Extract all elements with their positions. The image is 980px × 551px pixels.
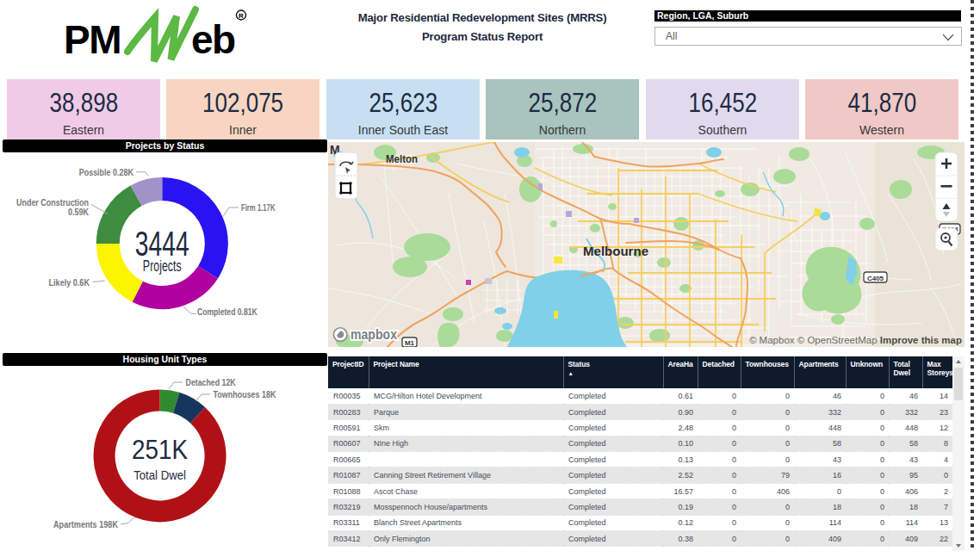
svg-text:Apartments 198K: Apartments 198K [53,520,119,529]
svg-text:Detached 12K: Detached 12K [186,378,237,387]
svg-text:Firm 1.17K: Firm 1.17K [241,203,276,213]
svg-text:Possible 0.28K: Possible 0.28K [79,168,134,177]
svg-text:C405: C405 [867,275,884,282]
svg-text:Melbourne: Melbourne [583,244,648,258]
svg-text:Under Construction: Under Construction [16,198,89,207]
svg-text:251K: 251K [132,435,188,465]
svg-text:eb: eb [191,17,235,62]
svg-text:© Mapbox © OpenStreetMap Impro: © Mapbox © OpenStreetMap Improve this ma… [749,335,962,345]
svg-text:Melton: Melton [386,153,418,165]
svg-text:PM: PM [65,17,121,62]
svg-text:R: R [239,12,244,20]
svg-text:Total Dwel: Total Dwel [133,468,186,483]
svg-text:Townhouses 18K: Townhouses 18K [214,390,277,399]
svg-text:0.59K: 0.59K [68,207,90,217]
svg-text:mapbox: mapbox [350,326,398,342]
svg-text:Completed 0.81K: Completed 0.81K [197,307,257,317]
svg-text:Projects: Projects [143,257,182,275]
svg-text:M1: M1 [405,339,415,347]
svg-text:Likely 0.6K: Likely 0.6K [49,278,90,288]
